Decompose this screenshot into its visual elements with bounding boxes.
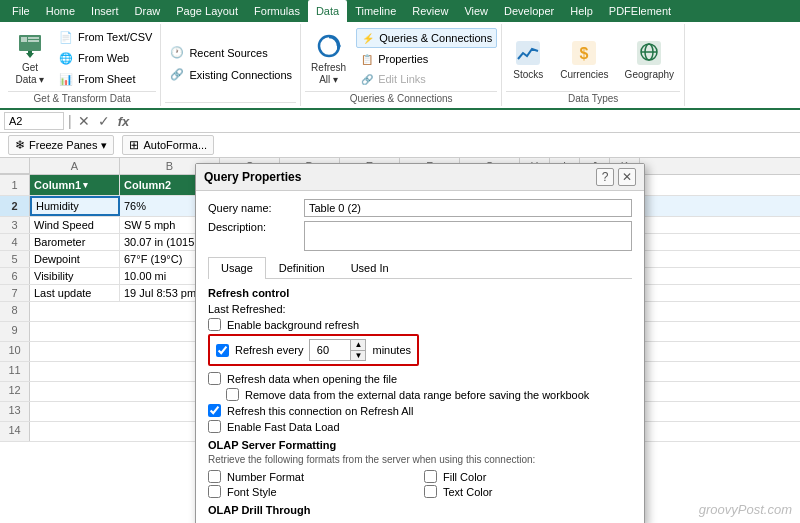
queries-connections-button[interactable]: ⚡ Queries & Connections: [356, 28, 497, 48]
freeze-panes-button[interactable]: ❄ Freeze Panes ▾: [8, 135, 114, 155]
fill-color-checkbox[interactable]: [424, 470, 437, 483]
remove-on-save-checkbox[interactable]: [226, 388, 239, 401]
text-color-row: Text Color: [424, 485, 632, 498]
cell-a1[interactable]: Column1▾: [30, 175, 120, 195]
cell-a7[interactable]: Last update: [30, 285, 120, 301]
number-format-checkbox[interactable]: [208, 470, 221, 483]
existing-connections-button[interactable]: 🔗 Existing Connections: [165, 65, 296, 85]
autoforma-label: AutoForma...: [143, 139, 207, 151]
help-button[interactable]: ?: [596, 168, 614, 186]
tab-file[interactable]: File: [4, 0, 38, 22]
tab-draw[interactable]: Draw: [127, 0, 169, 22]
from-web-icon: 🌐: [58, 50, 74, 66]
tab-formulas[interactable]: Formulas: [246, 0, 308, 22]
insert-function-btn[interactable]: fx: [116, 114, 132, 129]
fill-color-row: Fill Color: [424, 470, 632, 483]
from-sheet-button[interactable]: 📊 From Sheet: [54, 69, 156, 89]
tab-data[interactable]: Data: [308, 0, 347, 22]
enable-background-refresh-row: Enable background refresh: [208, 318, 632, 331]
currencies-button[interactable]: $ Currencies: [554, 33, 614, 84]
properties-button[interactable]: 📋 Properties: [356, 50, 497, 68]
query-name-input[interactable]: [304, 199, 632, 217]
tab-insert[interactable]: Insert: [83, 0, 127, 22]
number-format-label: Number Format: [227, 471, 304, 483]
number-format-row: Number Format: [208, 470, 416, 483]
cell-a2[interactable]: Humidity: [30, 196, 120, 216]
from-web-button[interactable]: 🌐 From Web: [54, 48, 156, 68]
cell-a4[interactable]: Barometer: [30, 234, 120, 250]
enable-fast-load-label: Enable Fast Data Load: [227, 421, 340, 433]
from-text-icon: 📄: [58, 29, 74, 45]
refresh-on-open-checkbox[interactable]: [208, 372, 221, 385]
spinner-buttons: ▲ ▼: [350, 340, 365, 360]
ribbon-group-get-data: GetData ▾ 📄 From Text/CSV 🌐 From Web 📊 F…: [4, 24, 161, 106]
ribbon-small-btns-transform: 📄 From Text/CSV 🌐 From Web 📊 From Sheet: [54, 27, 156, 89]
watermark: groovyPost.com: [699, 502, 792, 517]
recent-sources-icon: 🕐: [169, 45, 185, 61]
from-text-csv-button[interactable]: 📄 From Text/CSV: [54, 27, 156, 47]
cell-a3[interactable]: Wind Speed: [30, 217, 120, 233]
tab-home[interactable]: Home: [38, 0, 83, 22]
cancel-formula-btn[interactable]: ✕: [76, 113, 92, 129]
refresh-on-all-label: Refresh this connection on Refresh All: [227, 405, 414, 417]
tab-review[interactable]: Review: [404, 0, 456, 22]
ribbon-group-content-queries: RefreshAll ▾ ⚡ Queries & Connections 📋 P…: [305, 26, 497, 90]
tab-developer[interactable]: Developer: [496, 0, 562, 22]
enable-fast-load-checkbox[interactable]: [208, 420, 221, 433]
refresh-on-open-row: Refresh data when opening the file: [208, 372, 632, 385]
description-input[interactable]: [304, 221, 632, 251]
formula-input[interactable]: [135, 112, 796, 130]
tab-used-in[interactable]: Used In: [338, 257, 402, 279]
cell-a6[interactable]: Visibility: [30, 268, 120, 284]
svg-rect-5: [28, 51, 32, 54]
tab-usage[interactable]: Usage: [208, 257, 266, 279]
stocks-label: Stocks: [513, 69, 543, 80]
stocks-button[interactable]: Stocks: [506, 33, 550, 84]
get-data-button[interactable]: GetData ▾: [8, 26, 52, 90]
dialog-title-bar: Query Properties ? ✕: [196, 164, 644, 191]
corner-cell: [0, 158, 30, 174]
refresh-all-button[interactable]: RefreshAll ▾: [305, 26, 352, 90]
olap-title: OLAP Server Formatting: [208, 439, 632, 451]
tab-page-layout[interactable]: Page Layout: [168, 0, 246, 22]
refresh-every-spinner: ▲ ▼: [309, 339, 366, 361]
text-color-checkbox[interactable]: [424, 485, 437, 498]
dialog-title-buttons: ? ✕: [596, 168, 636, 186]
cell-a5[interactable]: Dewpoint: [30, 251, 120, 267]
geography-button[interactable]: Geography: [619, 33, 680, 84]
tab-timeline[interactable]: Timeline: [347, 0, 404, 22]
recent-sources-button[interactable]: 🕐 Recent Sources: [165, 43, 296, 63]
svg-text:$: $: [580, 45, 589, 62]
geography-icon: [633, 37, 665, 69]
queries-small-btns: ⚡ Queries & Connections 📋 Properties 🔗 E…: [356, 28, 497, 88]
refresh-on-all-checkbox[interactable]: [208, 404, 221, 417]
refresh-on-open-label: Refresh data when opening the file: [227, 373, 397, 385]
refresh-every-checkbox[interactable]: [216, 344, 229, 357]
ribbon-group-content-data-types: Stocks $ Currencies: [506, 26, 680, 90]
tab-pdfelement[interactable]: PDFElement: [601, 0, 679, 22]
close-dialog-button[interactable]: ✕: [618, 168, 636, 186]
tab-view[interactable]: View: [456, 0, 496, 22]
name-box[interactable]: [4, 112, 64, 130]
edit-links-button[interactable]: 🔗 Edit Links: [356, 70, 497, 88]
description-row: Description:: [208, 221, 632, 251]
spinner-up-button[interactable]: ▲: [351, 340, 365, 350]
tab-help[interactable]: Help: [562, 0, 601, 22]
tab-definition[interactable]: Definition: [266, 257, 338, 279]
geography-label: Geography: [625, 69, 674, 80]
font-style-checkbox[interactable]: [208, 485, 221, 498]
remove-on-save-label: Remove data from the external data range…: [245, 389, 589, 401]
autoforma-button[interactable]: ⊞ AutoForma...: [122, 135, 214, 155]
refresh-on-all-row: Refresh this connection on Refresh All: [208, 404, 632, 417]
confirm-formula-btn[interactable]: ✓: [96, 113, 112, 129]
sheet-area: A B C D E F G H I J K 1 Column1▾ Column2…: [0, 158, 800, 523]
enable-background-refresh-checkbox[interactable]: [208, 318, 221, 331]
query-properties-dialog: Query Properties ? ✕ Query name: Descrip…: [195, 163, 645, 523]
data-types-group-label: Data Types: [506, 91, 680, 104]
spinner-down-button[interactable]: ▼: [351, 350, 365, 360]
ribbon-group-queries: RefreshAll ▾ ⚡ Queries & Connections 📋 P…: [301, 24, 502, 106]
refresh-every-input[interactable]: [310, 343, 350, 357]
col-header-a[interactable]: A: [30, 158, 120, 174]
minutes-label: minutes: [372, 344, 411, 356]
refresh-control-title: Refresh control: [208, 287, 632, 299]
